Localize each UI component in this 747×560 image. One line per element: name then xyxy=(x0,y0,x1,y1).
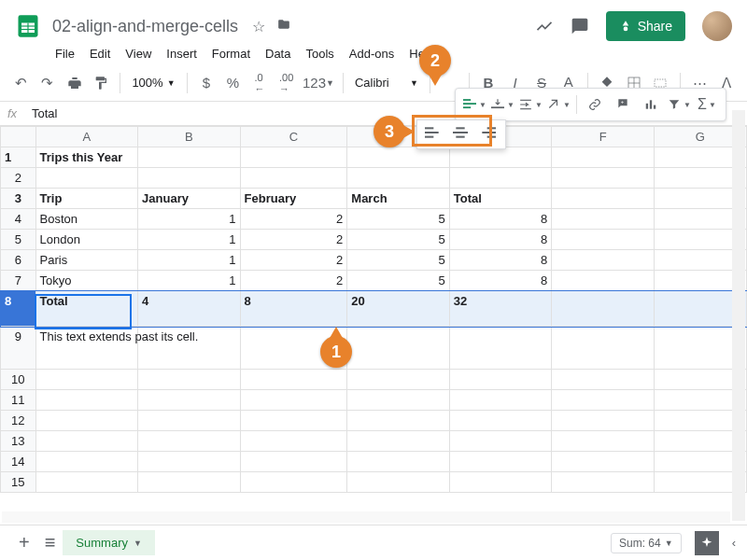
cell-D5[interactable]: 5 xyxy=(347,230,450,250)
row-header-12[interactable]: 12 xyxy=(1,411,36,431)
avatar[interactable] xyxy=(702,11,732,41)
cell-E13[interactable] xyxy=(449,431,552,452)
percent-button[interactable]: % xyxy=(221,71,245,95)
cell-C2[interactable] xyxy=(240,168,347,189)
cell-F10[interactable] xyxy=(552,370,655,390)
insert-comment-icon[interactable]: + xyxy=(610,92,636,117)
menu-view[interactable]: View xyxy=(119,43,158,64)
cell-E4[interactable]: 8 xyxy=(449,209,552,230)
row-header-7[interactable]: 7 xyxy=(1,271,36,291)
cell-B13[interactable] xyxy=(138,431,241,452)
formula-value[interactable]: Total xyxy=(32,106,57,120)
star-icon[interactable]: ☆ xyxy=(252,18,265,35)
sheet-tab-summary[interactable]: Summary ▼ xyxy=(63,530,155,555)
cell-B10[interactable] xyxy=(138,370,241,390)
cell-E12[interactable] xyxy=(449,411,552,431)
cell-B6[interactable]: 1 xyxy=(138,250,241,271)
column-header-C[interactable]: C xyxy=(240,127,347,147)
cell-C3[interactable]: February xyxy=(240,189,347,209)
cell-D2[interactable] xyxy=(347,168,450,189)
cell-E7[interactable]: 8 xyxy=(449,271,552,291)
cell-F5[interactable] xyxy=(552,230,655,250)
cell-A5[interactable]: London xyxy=(35,230,138,250)
cell-C5[interactable]: 2 xyxy=(240,230,347,250)
cell-D14[interactable] xyxy=(347,452,450,472)
cell-F4[interactable] xyxy=(552,209,655,230)
align-right-option[interactable] xyxy=(479,126,500,143)
cell-F7[interactable] xyxy=(552,271,655,291)
cell-C13[interactable] xyxy=(240,431,347,452)
dec-decimal-button[interactable]: .0← xyxy=(248,71,272,95)
row-header-13[interactable]: 13 xyxy=(1,431,36,452)
select-all-corner[interactable] xyxy=(1,127,36,147)
cell-F13[interactable] xyxy=(552,431,655,452)
cell-F15[interactable] xyxy=(552,472,655,493)
cell-D9[interactable] xyxy=(347,327,450,370)
filter-icon[interactable]: ▼ xyxy=(666,92,692,117)
folder-icon[interactable] xyxy=(276,18,291,35)
share-button[interactable]: Share xyxy=(606,11,685,41)
cell-F3[interactable] xyxy=(552,189,655,209)
row-header-8[interactable]: 8 xyxy=(1,291,36,327)
row-header-3[interactable]: 3 xyxy=(1,189,36,209)
link-icon[interactable] xyxy=(582,92,608,117)
cell-A8[interactable]: Total xyxy=(35,291,138,327)
column-header-F[interactable]: F xyxy=(552,127,655,147)
side-panel-toggle-icon[interactable]: ‹ xyxy=(732,536,736,550)
row-header-5[interactable]: 5 xyxy=(1,230,36,250)
cell-A6[interactable]: Paris xyxy=(35,250,138,271)
explore-button[interactable] xyxy=(695,531,719,555)
cell-A9[interactable]: This text extends past its cell. xyxy=(35,327,138,370)
redo-icon[interactable]: ↷ xyxy=(36,71,60,95)
zoom-select[interactable]: 100% ▼ xyxy=(128,76,178,90)
cell-F9[interactable] xyxy=(552,327,655,370)
cell-C14[interactable] xyxy=(240,452,347,472)
cell-A14[interactable] xyxy=(35,452,138,472)
font-select[interactable]: Calibri▼ xyxy=(351,76,422,90)
cell-B11[interactable] xyxy=(138,390,241,411)
cell-E11[interactable] xyxy=(449,390,552,411)
cell-F11[interactable] xyxy=(552,390,655,411)
cell-E1[interactable] xyxy=(449,147,552,168)
cell-D1[interactable] xyxy=(347,147,450,168)
cell-B5[interactable]: 1 xyxy=(138,230,241,250)
menu-addons[interactable]: Add-ons xyxy=(343,43,401,64)
cell-A12[interactable] xyxy=(35,411,138,431)
add-sheet-button[interactable]: + xyxy=(11,532,37,553)
all-sheets-button[interactable]: ≡ xyxy=(37,532,63,553)
row-header-4[interactable]: 4 xyxy=(1,209,36,230)
cell-C11[interactable] xyxy=(240,390,347,411)
cell-E9[interactable] xyxy=(449,327,552,370)
cell-E10[interactable] xyxy=(449,370,552,390)
column-header-A[interactable]: A xyxy=(35,127,138,147)
cell-C10[interactable] xyxy=(240,370,347,390)
menu-insert[interactable]: Insert xyxy=(160,43,204,64)
cell-D7[interactable]: 5 xyxy=(347,271,450,291)
horizontal-align-button[interactable]: ▼ xyxy=(461,92,487,117)
align-left-option[interactable] xyxy=(423,126,444,143)
cell-B2[interactable] xyxy=(138,168,241,189)
rotate-button[interactable]: ▼ xyxy=(545,92,571,117)
cell-C7[interactable]: 2 xyxy=(240,271,347,291)
cell-C15[interactable] xyxy=(240,472,347,493)
cell-B12[interactable] xyxy=(138,411,241,431)
cell-A15[interactable] xyxy=(35,472,138,493)
cell-B4[interactable]: 1 xyxy=(138,209,241,230)
cell-A11[interactable] xyxy=(35,390,138,411)
cell-D12[interactable] xyxy=(347,411,450,431)
cell-B7[interactable]: 1 xyxy=(138,271,241,291)
menu-tools[interactable]: Tools xyxy=(299,43,340,64)
undo-icon[interactable]: ↶ xyxy=(9,71,33,95)
inc-decimal-button[interactable]: .00→ xyxy=(275,71,298,95)
row-header-6[interactable]: 6 xyxy=(1,250,36,271)
cell-A7[interactable]: Tokyo xyxy=(35,271,138,291)
row-header-10[interactable]: 10 xyxy=(1,370,36,390)
cell-A4[interactable]: Boston xyxy=(35,209,138,230)
paint-format-icon[interactable] xyxy=(90,71,113,95)
currency-button[interactable]: $ xyxy=(195,71,218,95)
cell-D10[interactable] xyxy=(347,370,450,390)
quicksum-display[interactable]: Sum: 64 ▼ xyxy=(611,533,682,553)
cell-D11[interactable] xyxy=(347,390,450,411)
cell-E5[interactable]: 8 xyxy=(449,230,552,250)
cell-D15[interactable] xyxy=(347,472,450,493)
